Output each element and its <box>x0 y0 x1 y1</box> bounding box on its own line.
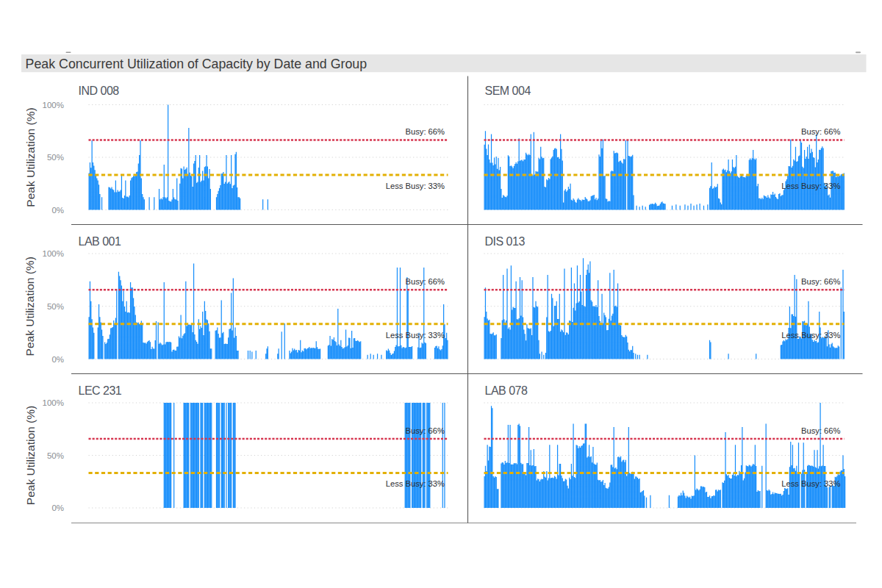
svg-text:Busy: 66%: Busy: 66% <box>406 426 445 435</box>
svg-text:Busy: 66%: Busy: 66% <box>406 127 445 136</box>
svg-text:Less Busy: 33%: Less Busy: 33% <box>386 331 445 340</box>
svg-text:SEM 004: SEM 004 <box>485 85 531 97</box>
svg-text:Less Busy: 33%: Less Busy: 33% <box>781 182 840 190</box>
svg-text:Busy: 66%: Busy: 66% <box>801 127 841 136</box>
svg-text:LAB 078: LAB 078 <box>485 384 528 397</box>
svg-text:DIS 013: DIS 013 <box>485 235 526 248</box>
svg-text:100%: 100% <box>43 398 64 407</box>
svg-text:100%: 100% <box>43 101 64 110</box>
svg-text:IND 008: IND 008 <box>79 85 120 97</box>
svg-text:LAB 001: LAB 001 <box>79 235 121 248</box>
svg-text:Busy: 66%: Busy: 66% <box>801 277 841 286</box>
svg-text:Less Busy: 33%: Less Busy: 33% <box>386 182 445 190</box>
svg-text:Less Busy: 33%: Less Busy: 33% <box>781 479 840 488</box>
svg-text:Busy: 66%: Busy: 66% <box>801 426 841 435</box>
svg-text:50%: 50% <box>47 153 64 162</box>
svg-text:0%: 0% <box>51 503 64 512</box>
svg-text:50%: 50% <box>47 451 64 460</box>
svg-text:50%: 50% <box>47 302 64 311</box>
svg-text:Peak Utilization (%): Peak Utilization (%) <box>24 406 37 505</box>
svg-text:Less Busy: 33%: Less Busy: 33% <box>781 331 840 340</box>
svg-text:Peak Utilization (%): Peak Utilization (%) <box>24 107 37 207</box>
svg-text:0%: 0% <box>51 206 64 215</box>
svg-text:LEC 231: LEC 231 <box>79 384 122 397</box>
svg-text:Peak Utilization (%): Peak Utilization (%) <box>24 257 37 356</box>
svg-text:Busy: 66%: Busy: 66% <box>406 277 445 286</box>
svg-text:Less Busy: 33%: Less Busy: 33% <box>386 479 445 488</box>
svg-text:Peak Concurrent Utilization of: Peak Concurrent Utilization of Capacity … <box>26 57 368 71</box>
svg-text:100%: 100% <box>43 249 64 258</box>
svg-text:0%: 0% <box>51 355 64 364</box>
